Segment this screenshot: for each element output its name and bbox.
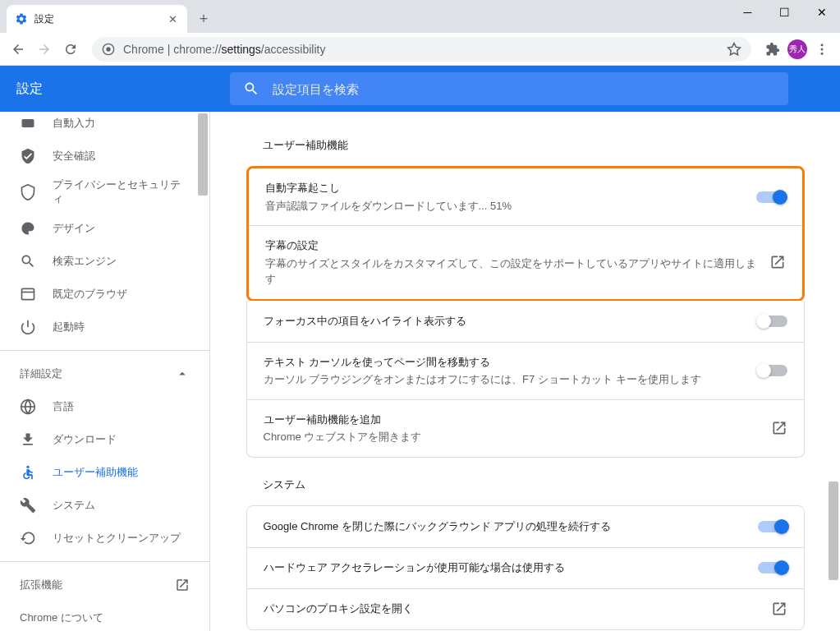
svg-point-1 [106, 47, 110, 51]
shield-icon [20, 184, 36, 200]
sidebar-item-safety-check[interactable]: 安全確認 [0, 140, 209, 173]
back-button[interactable] [7, 38, 30, 61]
bookmark-star-icon[interactable] [727, 42, 741, 57]
section-title-system: システム [246, 467, 805, 505]
svg-point-11 [26, 466, 29, 468]
close-window-button[interactable]: ✕ [803, 0, 840, 25]
svg-point-4 [821, 52, 824, 54]
accessibility-icon [20, 464, 36, 481]
sidebar-advanced-toggle[interactable]: 詳細設定 [0, 357, 209, 390]
sidebar-item-about[interactable]: Chrome について [0, 601, 209, 631]
settings-header: 設定 [0, 66, 840, 112]
browser-icon [20, 286, 36, 302]
chrome-icon [102, 43, 115, 56]
content-scrollbar[interactable] [827, 112, 840, 631]
accessibility-card-highlighted: 自動字幕起こし 音声認識ファイルをダウンロードしています... 51% 字幕の設… [246, 166, 805, 302]
external-link-icon [771, 420, 787, 436]
row-background-apps[interactable]: Google Chrome を閉じた際にバックグラウンド アプリの処理を続行する [247, 506, 804, 547]
external-link-icon [175, 578, 190, 592]
toggle-background-apps[interactable] [758, 521, 787, 532]
row-proxy-settings[interactable]: パソコンのプロキシ設定を開く [247, 588, 804, 629]
sidebar-item-privacy[interactable]: プライバシーとセキュリティ [0, 173, 209, 212]
sidebar-item-appearance[interactable]: デザイン [0, 212, 209, 245]
system-card: Google Chrome を閉じた際にバックグラウンド アプリの処理を続行する… [246, 505, 805, 630]
toggle-caret-browsing[interactable] [758, 365, 787, 376]
minimize-button[interactable]: ─ [729, 0, 766, 25]
svg-rect-6 [22, 288, 34, 299]
toolbar: Chrome | chrome://settings/accessibility… [0, 33, 840, 66]
maximize-button[interactable]: ☐ [766, 0, 803, 25]
sidebar-scrollbar[interactable] [196, 112, 209, 631]
sidebar-item-on-startup[interactable]: 起動時 [0, 311, 209, 343]
search-icon [243, 81, 259, 97]
svg-rect-5 [22, 119, 34, 127]
sidebar-item-extensions[interactable]: 拡張機能 [0, 569, 209, 601]
wrench-icon [20, 497, 36, 514]
accessibility-card-rest: フォーカス中の項目をハイライト表示する テキスト カーソルを使ってページ間を移動… [246, 301, 805, 458]
profile-avatar[interactable]: 秀人 [787, 39, 807, 59]
external-link-icon [769, 254, 786, 270]
chevron-up-icon [175, 366, 190, 381]
sidebar-item-search-engine[interactable]: 検索エンジン [0, 245, 209, 278]
autofill-icon [20, 115, 36, 131]
power-icon [20, 319, 36, 335]
forward-button[interactable] [33, 38, 56, 61]
section-title-accessibility: ユーザー補助機能 [246, 128, 805, 166]
sidebar-item-reset[interactable]: リセットとクリーンアップ [0, 522, 209, 555]
sidebar-item-accessibility[interactable]: ユーザー補助機能 [0, 456, 209, 489]
url-text: Chrome | chrome://settings/accessibility [123, 43, 325, 56]
palette-icon [20, 220, 36, 237]
search-input[interactable] [273, 82, 775, 96]
restore-icon [20, 530, 36, 546]
extensions-icon[interactable] [761, 38, 784, 61]
toggle-focus-highlight[interactable] [758, 316, 787, 327]
tab-title: 設定 [34, 12, 159, 26]
titlebar: 設定 ✕ + ─ ☐ ✕ [0, 0, 840, 33]
svg-point-2 [821, 44, 824, 46]
globe-icon [20, 398, 36, 415]
row-add-accessibility[interactable]: ユーザー補助機能を追加 Chrome ウェブストアを開きます [247, 399, 804, 457]
search-icon [20, 253, 36, 269]
browser-tab[interactable]: 設定 ✕ [7, 5, 187, 33]
row-live-caption[interactable]: 自動字幕起こし 音声認識ファイルをダウンロードしています... 51% [249, 168, 802, 225]
sidebar-item-system[interactable]: システム [0, 489, 209, 522]
content-area: ユーザー補助機能 自動字幕起こし 音声認識ファイルをダウンロードしています...… [210, 112, 840, 631]
sidebar: 自動入力 安全確認 プライバシーとセキュリティ デザイン 検索エンジン 既定のブ… [0, 112, 210, 631]
row-focus-highlight[interactable]: フォーカス中の項目をハイライト表示する [247, 301, 804, 342]
settings-icon [15, 12, 28, 25]
address-bar[interactable]: Chrome | chrome://settings/accessibility [92, 37, 751, 62]
menu-button[interactable] [810, 38, 833, 61]
external-link-icon [771, 601, 787, 617]
row-hardware-accel[interactable]: ハードウェア アクセラレーションが使用可能な場合は使用する [247, 547, 804, 588]
close-tab-icon[interactable]: ✕ [166, 12, 179, 25]
sidebar-item-downloads[interactable]: ダウンロード [0, 423, 209, 456]
new-tab-button[interactable]: + [192, 7, 215, 30]
sidebar-item-languages[interactable]: 言語 [0, 390, 209, 423]
settings-search[interactable] [230, 72, 788, 105]
window-controls: ─ ☐ ✕ [729, 0, 840, 25]
reload-button[interactable] [59, 38, 82, 61]
settings-body: 自動入力 安全確認 プライバシーとセキュリティ デザイン 検索エンジン 既定のブ… [0, 112, 840, 631]
toggle-hardware-accel[interactable] [758, 562, 787, 573]
sidebar-item-autofill[interactable]: 自動入力 [0, 112, 209, 140]
page-title: 設定 [16, 81, 230, 98]
toggle-live-caption[interactable] [756, 191, 786, 203]
download-icon [20, 431, 36, 448]
sidebar-item-default-browser[interactable]: 既定のブラウザ [0, 278, 209, 311]
row-caret-browsing[interactable]: テキスト カーソルを使ってページ間を移動する カーソル ブラウジングをオンまたは… [247, 342, 804, 399]
row-caption-settings[interactable]: 字幕の設定 字幕のサイズとスタイルをカスタマイズして、この設定をサポートしている… [249, 225, 802, 299]
shield-check-icon [20, 148, 36, 164]
svg-point-3 [821, 48, 824, 50]
